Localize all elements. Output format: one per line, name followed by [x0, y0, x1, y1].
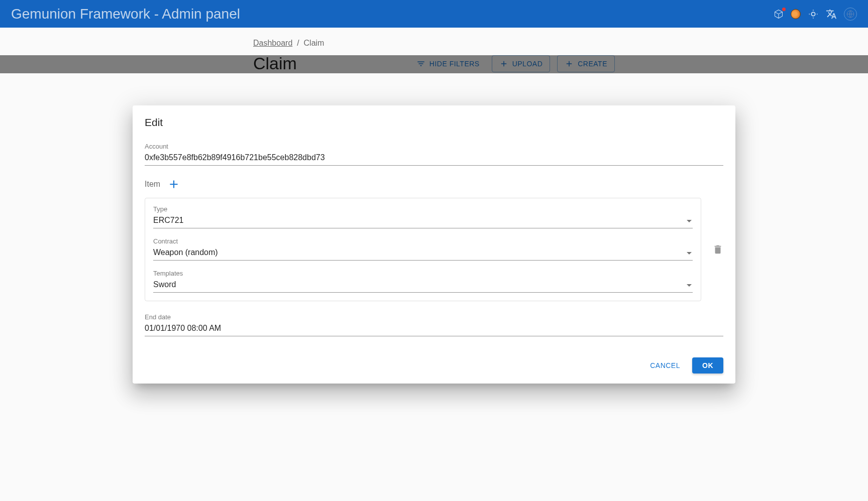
add-item-button[interactable] [167, 178, 180, 191]
modal-overlay[interactable] [0, 55, 868, 73]
chevron-down-icon [687, 284, 692, 287]
breadcrumb-current: Claim [304, 39, 324, 47]
ok-button[interactable]: OK [692, 357, 723, 373]
templates-field: Templates Sword [153, 270, 693, 293]
edit-claim-modal: Edit Account Item Type ERC721 Contract W… [133, 105, 735, 384]
end-date-label: End date [145, 313, 723, 321]
theme-toggle-icon[interactable] [808, 9, 819, 20]
type-select[interactable]: ERC721 [153, 214, 693, 228]
breadcrumb: Dashboard / Claim [253, 39, 615, 48]
account-label: Account [145, 143, 723, 150]
cancel-button[interactable]: CANCEL [644, 357, 686, 373]
item-label: Item [145, 180, 160, 189]
header-icons [774, 8, 857, 21]
item-row: Type ERC721 Contract Weapon (random) Tem… [145, 198, 723, 301]
app-header: Gemunion Framework - Admin panel [0, 0, 868, 28]
contract-label: Contract [153, 237, 693, 245]
chevron-down-icon [687, 252, 692, 255]
modal-actions: CANCEL OK [145, 357, 723, 373]
notification-dot [782, 8, 786, 11]
account-input[interactable] [145, 151, 723, 166]
chevron-down-icon [687, 220, 692, 222]
templates-select[interactable]: Sword [153, 278, 693, 293]
trash-icon [712, 244, 723, 255]
modal-title: Edit [145, 116, 723, 129]
breadcrumb-root[interactable]: Dashboard [253, 39, 292, 47]
type-field: Type ERC721 [153, 205, 693, 228]
end-date-field: End date [145, 313, 723, 336]
account-field: Account [145, 143, 723, 166]
item-card: Type ERC721 Contract Weapon (random) Tem… [145, 198, 701, 301]
type-label: Type [153, 205, 693, 213]
contract-select[interactable]: Weapon (random) [153, 246, 693, 261]
delete-item-button[interactable] [712, 244, 723, 255]
item-section-header: Item [145, 178, 723, 191]
language-icon[interactable] [826, 9, 837, 20]
templates-label: Templates [153, 270, 693, 277]
app-title: Gemunion Framework - Admin panel [11, 6, 240, 22]
network-icon[interactable] [774, 9, 784, 19]
contract-field: Contract Weapon (random) [153, 237, 693, 261]
end-date-input[interactable] [145, 322, 723, 336]
breadcrumb-separator: / [295, 39, 304, 47]
metamask-icon[interactable] [791, 9, 801, 19]
plus-icon [167, 178, 180, 191]
globe-icon[interactable] [844, 8, 857, 21]
